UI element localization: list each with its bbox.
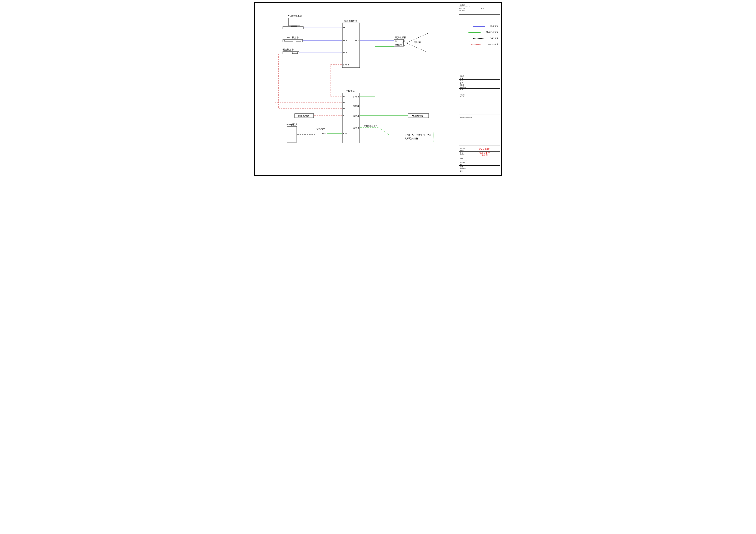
design-lbl: 设 计: [460, 170, 463, 172]
decoder-in2: IN 2: [343, 39, 347, 42]
decoder-in3: IN 3: [343, 52, 347, 54]
stamp-box: 注册建设建筑师专用章STAMP OF ARCHITECTURAL DESIGN: [459, 116, 500, 145]
router-port: RJ45: [322, 132, 326, 134]
dwg-line1: 视频及中控: [470, 152, 500, 154]
projector-ctrl: 控制口: [395, 43, 401, 46]
check-lbl: 校 对: [460, 166, 463, 168]
drawing-sheet: VOD点歌系统 DVD播放器 硬盘播放器 多通道解码器 IN 1 IN 2 IN…: [252, 0, 504, 178]
revision-hdr: 修改记录: [460, 4, 465, 6]
svg-rect-3: [291, 26, 297, 27]
extension-line2: 其它可控设备: [405, 137, 432, 140]
sig-hdr: 会签栏: [459, 75, 500, 77]
legend-ir-text: IR红外信号: [488, 43, 499, 45]
sig-row-0: 土 建: [459, 77, 500, 80]
svg-point-1: [284, 27, 285, 28]
design-en: DESIGNED BY: [460, 172, 467, 173]
dwg-lbl: 图 名: [460, 152, 463, 154]
ctrl-c1: 控制口: [353, 95, 359, 98]
revision-table: 修改记录 REVISION NOTE/DATE 编号NO. 日期DATE 摘 要: [459, 4, 500, 20]
decoder-box: [342, 23, 360, 67]
wiring-svg: [258, 6, 454, 172]
check-en: CHECKED BY: [460, 168, 466, 169]
ir-lines: [275, 41, 342, 115]
extension-line1: 环境灯光、电动窗帘、空调: [405, 133, 432, 137]
drawing-canvas: VOD点歌系统 DVD播放器 硬盘播放器 多通道解码器 IN 1 IN 2 IN…: [258, 6, 454, 172]
ctrl-ir2: IR: [343, 101, 345, 103]
ctrl-c2: 控制口: [353, 105, 359, 107]
decoder-ctrl: 控制口: [343, 63, 349, 66]
vod-label: VOD点歌系统: [288, 14, 302, 17]
dvd-icon: [283, 39, 303, 42]
extension-note: 控制功能延展至: [364, 125, 377, 127]
svg-rect-7: [283, 52, 299, 54]
project-table: 项目名称PROJECT 私人会所 图 名DWG.TITLE 视频及中控 系统图 …: [459, 147, 500, 174]
keyplan-label: 平面位置: [460, 94, 465, 96]
svg-rect-6: [296, 40, 301, 41]
wifi-panel-label: WiFi触控屏: [286, 123, 298, 126]
legend-ir: IR红外信号: [462, 43, 499, 46]
stamp-label: 注册建设建筑师专用章: [460, 117, 472, 118]
revision-hdr-en: REVISION NOTE/DATE: [460, 6, 471, 8]
sig-row-4: 空调通风: [459, 86, 500, 89]
ctrl-rj45: RJ45: [343, 132, 347, 134]
projector-title: 高清投影机: [395, 36, 406, 39]
sig-row-5: 电 气: [459, 89, 500, 91]
spec-lbl: 专业负责: [460, 162, 465, 163]
svg-rect-4: [283, 39, 303, 42]
sig-row-1: 建 筑: [459, 80, 500, 82]
approve-en: APPROVED BY: [460, 160, 467, 161]
wifi-panel-icon: [287, 126, 297, 142]
svg-rect-5: [284, 40, 293, 41]
hdd-icon: [283, 52, 299, 54]
sequencer-label: 电源时序器: [412, 114, 423, 117]
svg-rect-10: [404, 40, 405, 45]
legend-wifi-text: WiFi信号: [490, 37, 499, 39]
net-lines: [327, 42, 439, 133]
ctrl-ir3: IR: [343, 107, 345, 110]
keyplan-box: 平面位置KEY PLAN: [459, 94, 500, 114]
col-date: 日期: [462, 8, 465, 10]
controller-box: [342, 93, 360, 143]
projector-in: IN: [395, 40, 397, 42]
vod-icon: [283, 18, 303, 29]
keyplan-en: KEY PLAN: [460, 96, 464, 97]
dwg-en: DWG.TITLE: [460, 154, 465, 155]
approve-lbl: 审 核: [460, 158, 463, 159]
controller-title: 中控主机: [346, 89, 355, 92]
legend-wifi: WiFi信号: [462, 37, 499, 40]
decoder-in1: IN 1: [343, 27, 347, 29]
legend-video: 视频信号: [462, 25, 499, 28]
extension-line: [360, 128, 403, 136]
title-panel: 修改记录 REVISION NOTE/DATE 编号NO. 日期DATE 摘 要…: [457, 2, 501, 176]
signature-block: 会签栏 土 建 建 筑 结 构 给排水 空调通风 电 气: [459, 75, 500, 91]
svg-rect-2: [288, 18, 300, 26]
router-title: 无线路由: [316, 128, 325, 131]
spec-en: SPEC: [460, 164, 462, 165]
col-no: 编号: [459, 8, 462, 10]
svg-rect-8: [292, 52, 298, 54]
legend-net-text: 网络/中控信号: [486, 31, 499, 34]
col-date-en: DATE: [462, 10, 465, 11]
preamp-label: 前级效果器: [298, 114, 309, 117]
decoder-title: 多通道解码器: [344, 19, 358, 22]
hdd-label: 硬盘播放器: [283, 48, 294, 51]
sig-row-2: 结 构: [459, 82, 500, 84]
screen-label: 电动幕: [414, 41, 421, 44]
dvd-label: DVD播放器: [287, 36, 299, 39]
extension-box: 环境灯光、电动窗帘、空调 其它可控设备: [403, 132, 433, 142]
legend-net: 网络/中控信号: [462, 31, 499, 34]
ctrl-ir1: IR: [343, 95, 345, 97]
stamp-en: STAMP OF ARCHITECTURAL DESIGN: [460, 118, 474, 119]
ctrl-ir4: IR: [343, 114, 345, 117]
dwg-line2: 系统图: [470, 154, 500, 157]
col-desc: 摘 要: [481, 8, 484, 10]
sig-row-3: 给排水: [459, 84, 500, 86]
project-val: 私人会所: [469, 147, 500, 151]
ctrl-c4: 控制口: [353, 126, 359, 129]
ctrl-c3: 控制口: [353, 114, 359, 117]
svg-rect-0: [283, 27, 303, 29]
legend-video-text: 视频信号: [490, 25, 499, 27]
project-lbl: 项目名称: [460, 148, 465, 149]
project-en: PROJECT: [460, 150, 464, 151]
col-no-en: NO.: [459, 10, 461, 11]
